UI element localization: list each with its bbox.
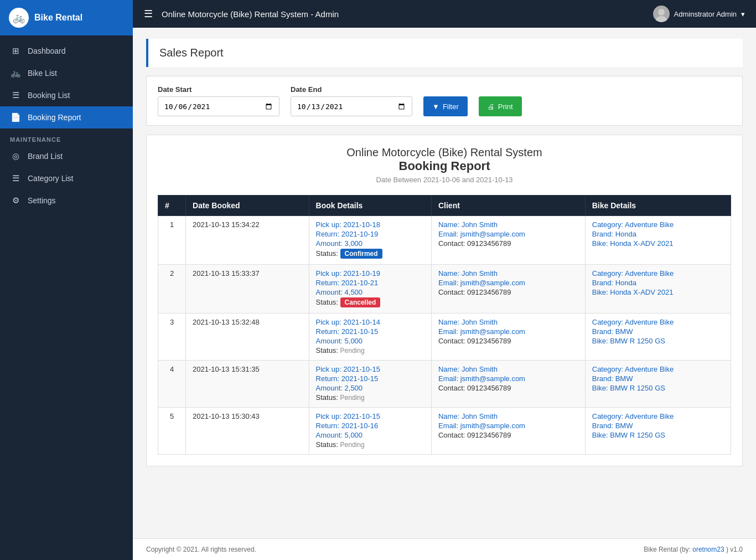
bike-name: Bike: Honda X-ADV 2021: [592, 239, 724, 248]
client-email: Email: jsmith@sample.com: [438, 327, 578, 336]
cell-book-details: Pick up: 2021-10-18 Return: 2021-10-19 A…: [309, 216, 431, 265]
sidebar-item-settings[interactable]: ⚙ Settings: [0, 189, 133, 212]
sidebar: 🚲 Bike Rental ⊞ Dashboard 🚲 Bike List ☰ …: [0, 0, 133, 560]
bike-category: Category: Adventure Bike: [592, 365, 724, 373]
filter-button-label: Filter: [443, 102, 459, 111]
report-icon: 📄: [10, 112, 21, 122]
cell-client: Name: John Smith Email: jsmith@sample.co…: [431, 408, 585, 455]
status-pending: Pending: [340, 441, 365, 449]
report-title-line1: Online Motorcycle (Bike) Rental System: [158, 146, 731, 159]
maintenance-section-label: Maintenance: [0, 129, 133, 145]
date-start-group: Date Start: [158, 85, 279, 116]
sidebar-label-category-list: Category List: [28, 174, 73, 183]
sidebar-item-category-list[interactable]: ☰ Category List: [0, 167, 133, 189]
print-button-label: Print: [498, 102, 513, 111]
sidebar-item-booking-list[interactable]: ☰ Booking List: [0, 84, 133, 106]
sidebar-label-booking-report: Booking Report: [28, 113, 81, 122]
pickup-date: Pick up: 2021-10-15: [316, 412, 424, 420]
col-header-details: Book Details: [309, 196, 431, 216]
footer: Copyright © 2021. All rights reserved. B…: [133, 538, 756, 560]
sidebar-label-booking-list: Booking List: [28, 91, 70, 100]
client-contact: Contact: 09123456789: [438, 239, 578, 248]
category-icon: ☰: [10, 173, 21, 183]
bike-brand: Brand: BMW: [592, 374, 724, 383]
bike-category: Category: Adventure Bike: [592, 220, 724, 229]
dropdown-arrow-icon: ▾: [741, 10, 745, 18]
footer-credit-link[interactable]: oretnom23: [692, 546, 724, 553]
bike-name: Bike: BMW R 1250 GS: [592, 384, 724, 392]
status-line: Status: Pending: [316, 393, 424, 402]
status-pending: Pending: [340, 394, 365, 402]
cell-bike-details: Category: Adventure Bike Brand: BMW Bike…: [585, 361, 731, 408]
cell-date-booked: 2021-10-13 15:30:43: [186, 408, 309, 455]
client-name: Name: John Smith: [438, 365, 578, 373]
app-logo: 🚲: [9, 8, 29, 28]
status-line: Status: Pending: [316, 346, 424, 355]
cell-bike-details: Category: Adventure Bike Brand: Honda Bi…: [585, 216, 731, 265]
cell-book-details: Pick up: 2021-10-15 Return: 2021-10-15 A…: [309, 361, 431, 408]
col-header-date: Date Booked: [186, 196, 309, 216]
sidebar-item-dashboard[interactable]: ⊞ Dashboard: [0, 40, 133, 62]
client-contact: Contact: 09123456789: [438, 337, 578, 345]
brand-icon: ◎: [10, 151, 21, 161]
footer-credit-suffix: ) v1.0: [724, 546, 743, 553]
cell-client: Name: John Smith Email: jsmith@sample.co…: [431, 216, 585, 265]
bike-name: Bike: BMW R 1250 GS: [592, 337, 724, 345]
pickup-date: Pick up: 2021-10-18: [316, 220, 424, 229]
sidebar-item-brand-list[interactable]: ◎ Brand List: [0, 145, 133, 167]
sidebar-label-brand-list: Brand List: [28, 152, 63, 161]
sidebar-item-booking-report[interactable]: 📄 Booking Report: [0, 106, 133, 129]
topbar-user[interactable]: Adminstrator Admin ▾: [653, 6, 745, 22]
client-contact: Contact: 09123456789: [438, 431, 578, 439]
content-area: Sales Report Date Start Date End ▼ Filte…: [133, 28, 756, 538]
table-row: 4 2021-10-13 15:31:35 Pick up: 2021-10-1…: [158, 361, 731, 408]
date-start-input[interactable]: [158, 96, 279, 116]
amount: Amount: 4,500: [316, 288, 424, 296]
date-start-label: Date Start: [158, 85, 279, 94]
cell-bike-details: Category: Adventure Bike Brand: Honda Bi…: [585, 265, 731, 314]
settings-icon: ⚙: [10, 196, 21, 205]
main-content: ☰ Online Motorcycle (Bike) Rental System…: [133, 0, 756, 560]
col-header-num: #: [158, 196, 186, 216]
amount: Amount: 5,000: [316, 337, 424, 345]
client-name: Name: John Smith: [438, 269, 578, 278]
status-line: Status: Cancelled: [316, 297, 424, 307]
cell-num: 4: [158, 361, 186, 408]
cell-bike-details: Category: Adventure Bike Brand: BMW Bike…: [585, 408, 731, 455]
sidebar-label-dashboard: Dashboard: [28, 47, 66, 55]
cell-num: 3: [158, 314, 186, 361]
bike-brand: Brand: BMW: [592, 327, 724, 336]
cell-num: 2: [158, 265, 186, 314]
print-button[interactable]: 🖨 Print: [479, 96, 522, 116]
amount: Amount: 2,500: [316, 384, 424, 392]
list-icon: ☰: [10, 90, 21, 100]
return-date: Return: 2021-10-19: [316, 230, 424, 238]
client-name: Name: John Smith: [438, 220, 578, 229]
amount: Amount: 5,000: [316, 431, 424, 439]
topbar: ☰ Online Motorcycle (Bike) Rental System…: [133, 0, 756, 28]
svg-point-1: [656, 16, 667, 22]
table-row: 5 2021-10-13 15:30:43 Pick up: 2021-10-1…: [158, 408, 731, 455]
date-end-input[interactable]: [291, 96, 412, 116]
bike-brand: Brand: Honda: [592, 230, 724, 238]
client-contact: Contact: 09123456789: [438, 384, 578, 392]
hamburger-icon[interactable]: ☰: [144, 8, 153, 20]
filter-button[interactable]: ▼ Filter: [423, 96, 468, 116]
page-title: Sales Report: [159, 47, 732, 59]
bike-category: Category: Adventure Bike: [592, 318, 724, 326]
cell-book-details: Pick up: 2021-10-15 Return: 2021-10-16 A…: [309, 408, 431, 455]
sidebar-item-bike-list[interactable]: 🚲 Bike List: [0, 62, 133, 84]
page-header: Sales Report: [146, 39, 743, 67]
svg-point-0: [658, 9, 665, 16]
bike-brand: Brand: Honda: [592, 279, 724, 287]
return-date: Return: 2021-10-15: [316, 327, 424, 336]
footer-credit: Bike Rental (by: oretnom23 ) v1.0: [644, 546, 743, 553]
status-pending: Pending: [340, 347, 365, 355]
status-badge: Confirmed: [340, 249, 382, 259]
col-header-client: Client: [431, 196, 585, 216]
table-row: 1 2021-10-13 15:34:22 Pick up: 2021-10-1…: [158, 216, 731, 265]
return-date: Return: 2021-10-15: [316, 374, 424, 383]
cell-date-booked: 2021-10-13 15:34:22: [186, 216, 309, 265]
cell-client: Name: John Smith Email: jsmith@sample.co…: [431, 314, 585, 361]
bike-category: Category: Adventure Bike: [592, 412, 724, 420]
